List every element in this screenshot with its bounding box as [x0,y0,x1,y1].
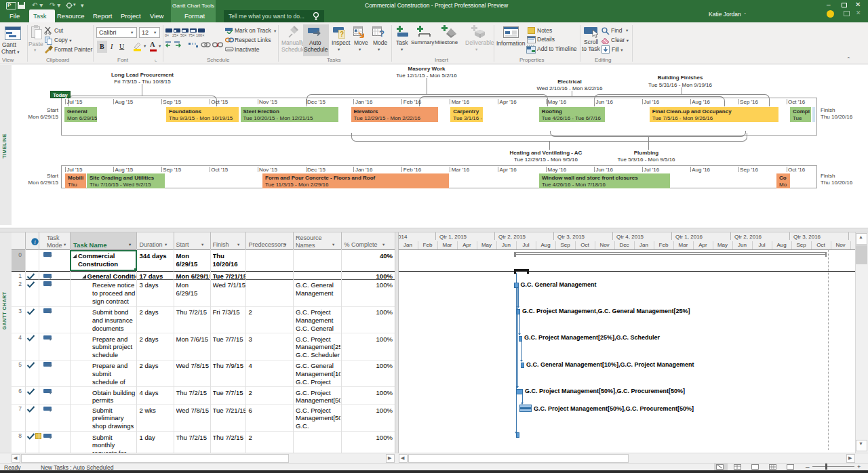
svg-text:i: i [34,239,35,245]
